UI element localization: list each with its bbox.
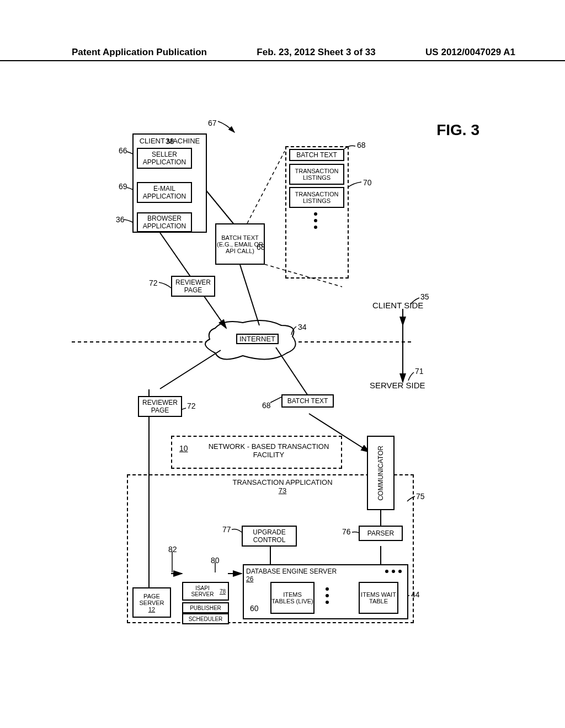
batch-text-header: BATCH TEXT (289, 149, 344, 161)
ref-69: 69 (119, 182, 127, 191)
ref-34: 34 (298, 323, 307, 331)
nbt-facility-label: NETWORK - BASED TRANSACTION FACILITY (197, 442, 340, 459)
transaction-listings-box: TRANSACTION LISTINGS (289, 164, 344, 185)
reviewer-page-client: REVIEWER PAGE (171, 276, 215, 297)
ref-67: 67 (208, 119, 217, 127)
parser-box: PARSER (359, 526, 403, 541)
email-application-box: E-MAIL APPLICATION (137, 182, 192, 203)
publisher-box: PUBLISHER (182, 602, 229, 613)
client-side-label: CLIENT SIDE (372, 301, 423, 310)
dots-vertical (314, 212, 317, 229)
ref-80: 80 (211, 556, 220, 565)
ref-71: 71 (415, 367, 424, 376)
scheduler-box: SCHEDULER (182, 613, 229, 624)
browser-application-box: BROWSER APPLICATION (137, 212, 192, 232)
ref-82: 82 (168, 545, 177, 554)
ref-68a: 68 (357, 141, 366, 149)
ref-10: 10 (179, 444, 188, 453)
svg-line-14 (160, 350, 221, 389)
seller-application-box: SELLER APPLICATION (137, 148, 192, 169)
transaction-listings-box-2: TRANSACTION LISTINGS (289, 187, 344, 208)
ref-35: 35 (420, 292, 429, 301)
header-right: US 2012/0047029 A1 (425, 47, 515, 58)
page-server-box: PAGE SERVER 12 (132, 587, 171, 618)
ref-72a: 72 (149, 279, 158, 287)
header-left: Patent Application Publication (72, 47, 207, 58)
ref-72b: 72 (187, 402, 196, 410)
dots-horizontal (385, 570, 402, 573)
isapi-server-box: ISAPI SERVER 78 (182, 582, 229, 601)
page-header: Patent Application Publication Feb. 23, … (0, 47, 565, 61)
transaction-app-label: TRANSACTION APPLICATION 73 (222, 478, 343, 495)
ref-68c: 68 (262, 401, 271, 410)
diagram-area: CLIENT MACHINE SELLER APPLICATION E-MAIL… (72, 110, 486, 634)
svg-line-10 (276, 347, 309, 397)
svg-line-8 (240, 265, 259, 325)
svg-line-0 (247, 151, 285, 223)
nbt-facility-box: NETWORK - BASED TRANSACTION FACILITY (171, 436, 342, 469)
batch-text-server: BATCH TEXT (281, 394, 334, 408)
ref-38: 38 (166, 137, 174, 146)
ref-44: 44 (411, 590, 420, 599)
upgrade-control-box: UPGRADE CONTROL (242, 526, 297, 547)
dots-between-tables (326, 587, 329, 604)
internet-label: INTERNET (236, 334, 279, 344)
header-center: Feb. 23, 2012 Sheet 3 of 33 (257, 47, 375, 58)
db-engine-label: DATABASE ENGINE SERVER (246, 568, 337, 575)
communicator-box: COMMUNICATOR (367, 436, 395, 510)
items-wait-table-box: ITEMS WAIT TABLE (359, 582, 398, 614)
ref-76: 76 (342, 527, 351, 536)
ref-66: 66 (119, 146, 127, 155)
ref-70: 70 (363, 178, 372, 187)
batch-text-detail-box: BATCH TEXT TRANSACTION LISTINGS TRANSACT… (285, 146, 349, 279)
ref-75: 75 (416, 492, 425, 501)
ref-60: 60 (250, 604, 259, 613)
ref-26: 26 (246, 575, 253, 583)
items-tables-live-box: ITEMS TABLES (LIVE) (270, 582, 315, 614)
reviewer-page-server: REVIEWER PAGE (138, 396, 182, 417)
server-side-label: SERVER SIDE (370, 381, 425, 390)
ref-36: 36 (116, 215, 125, 224)
ref-77: 77 (222, 525, 231, 534)
ref-68b: 68 (257, 243, 265, 251)
